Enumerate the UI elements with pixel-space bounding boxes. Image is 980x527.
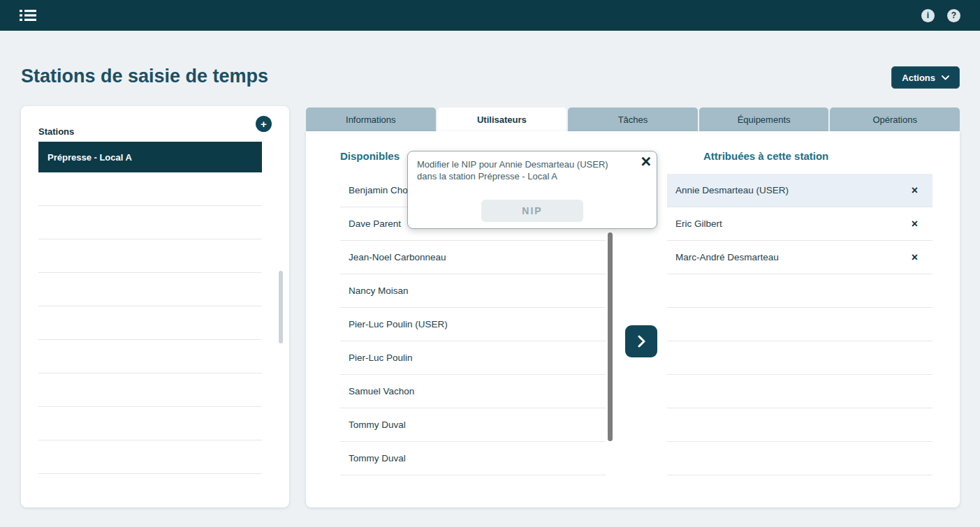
dialog-message-line2: dans la station Prépresse - Local A: [417, 171, 624, 183]
empty-row: [667, 375, 933, 408]
add-station-button[interactable]: +: [256, 116, 272, 132]
stations-list: Prépresse - Local A: [38, 142, 262, 474]
tab[interactable]: Opérations: [830, 107, 960, 131]
user-name: Annie Desmarteau (USER): [675, 185, 789, 195]
assigned-users-list: Annie Desmarteau (USER) × Eric Gilbert ×…: [667, 174, 933, 475]
help-icon[interactable]: ?: [947, 9, 960, 22]
available-user-row[interactable]: Pier-Luc Poulin (USER): [340, 308, 606, 341]
dialog-message-line1: Modifier le NIP pour Annie Desmarteau (U…: [417, 159, 624, 171]
empty-row: [38, 407, 262, 440]
actions-button[interactable]: Actions: [891, 66, 960, 89]
transfer-right-button[interactable]: [625, 325, 657, 357]
assigned-user-row[interactable]: Marc-André Desmarteau ×: [667, 241, 933, 274]
user-name: Jean-Noel Carbonneau: [349, 252, 446, 262]
available-user-row[interactable]: Tommy Duval: [340, 442, 606, 475]
assigned-user-row[interactable]: Annie Desmarteau (USER) ×: [667, 174, 933, 207]
empty-row: [38, 206, 262, 239]
chevron-right-icon: [638, 335, 645, 348]
empty-row: [667, 341, 933, 375]
menu-list-icon[interactable]: [20, 8, 36, 22]
empty-row: [38, 306, 262, 340]
tab[interactable]: Utilisateurs: [437, 107, 567, 131]
user-name: Pier-Luc Poulin: [349, 352, 413, 363]
menu-list-glyph: [20, 8, 36, 22]
user-name: Marc-André Desmarteau: [675, 252, 779, 262]
empty-row: [38, 273, 262, 306]
close-icon[interactable]: ×: [641, 153, 651, 170]
page-title: Stations de saisie de temps: [21, 66, 268, 87]
tab[interactable]: Équipements: [699, 107, 829, 131]
topbar: i ?: [0, 0, 980, 31]
station-row-selected[interactable]: Prépresse - Local A: [38, 142, 262, 172]
stations-scrollbar-thumb[interactable]: [279, 271, 283, 343]
empty-row: [667, 408, 933, 442]
remove-user-icon[interactable]: ×: [912, 252, 918, 263]
empty-row: [38, 440, 262, 474]
assigned-title: Attribuées à cette station: [703, 150, 828, 162]
user-name: Eric Gilbert: [675, 218, 722, 229]
stations-title: Stations: [38, 126, 74, 137]
assigned-user-row[interactable]: Eric Gilbert ×: [667, 207, 933, 241]
actions-label: Actions: [902, 73, 935, 83]
user-name: Nancy Moisan: [349, 285, 409, 296]
user-name: Tommy Duval: [349, 453, 406, 463]
remove-user-icon[interactable]: ×: [912, 185, 918, 196]
empty-row: [38, 373, 262, 407]
tabs: Informations Utilisateurs Tâches Équipem…: [306, 107, 960, 131]
available-user-row[interactable]: Samuel Vachon: [340, 375, 606, 408]
info-icon[interactable]: i: [921, 9, 935, 22]
user-name: Benjamin Cho: [349, 185, 408, 195]
edit-nip-dialog: × Modifier le NIP pour Annie Desmarteau …: [407, 151, 657, 229]
empty-row: [667, 274, 933, 308]
available-user-row[interactable]: Tommy Duval: [340, 408, 606, 442]
stations-panel: Stations + Prépresse - Local A: [21, 106, 289, 507]
chevron-down-icon: [942, 75, 949, 80]
available-user-row[interactable]: Nancy Moisan: [340, 274, 606, 308]
user-name: Pier-Luc Poulin (USER): [349, 319, 448, 329]
dialog-message: Modifier le NIP pour Annie Desmarteau (U…: [408, 151, 657, 183]
empty-row: [667, 442, 933, 475]
empty-row: [38, 172, 262, 206]
available-scrollbar-thumb[interactable]: [608, 232, 613, 441]
available-user-row[interactable]: Jean-Noel Carbonneau: [340, 241, 606, 274]
remove-user-icon[interactable]: ×: [912, 218, 918, 230]
empty-row: [38, 239, 262, 273]
nip-input[interactable]: [481, 200, 583, 222]
user-name: Samuel Vachon: [349, 386, 414, 396]
empty-row: [38, 340, 262, 373]
tab[interactable]: Tâches: [568, 107, 698, 131]
tab[interactable]: Informations: [306, 107, 436, 131]
user-name: Tommy Duval: [349, 420, 406, 430]
available-title: Disponibles: [340, 150, 400, 162]
topbar-icons: i ?: [921, 9, 960, 22]
user-name: Dave Parent: [349, 218, 401, 229]
available-user-row[interactable]: Pier-Luc Poulin: [340, 341, 606, 375]
empty-row: [667, 308, 933, 341]
